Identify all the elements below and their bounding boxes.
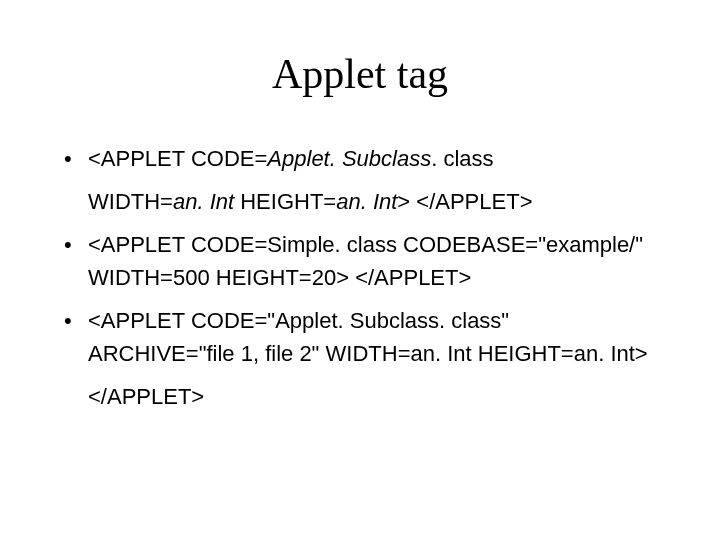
text-fragment: <APPLET CODE="Applet. Subclass. class" A…: [88, 308, 648, 366]
slide: Applet tag <APPLET CODE=Applet. Subclass…: [0, 0, 720, 540]
text-fragment: HEIGHT=: [234, 189, 336, 214]
text-fragment-italic: an. Int: [173, 189, 234, 214]
list-item-continuation: </APPLET>: [60, 380, 660, 413]
list-item: <APPLET CODE=Simple. class CODEBASE="exa…: [60, 228, 660, 294]
page-title: Applet tag: [60, 50, 660, 98]
text-fragment-italic: Applet. Subclass: [267, 146, 431, 171]
list-item: <APPLET CODE=Applet. Subclass. class: [60, 142, 660, 175]
text-fragment: > </APPLET>: [397, 189, 532, 214]
list-item-continuation: WIDTH=an. Int HEIGHT=an. Int> </APPLET>: [60, 185, 660, 218]
text-fragment: <APPLET CODE=: [88, 146, 267, 171]
text-fragment-italic: an. Int: [336, 189, 397, 214]
bullet-list: <APPLET CODE=Applet. Subclass. class WID…: [60, 142, 660, 413]
text-fragment: <APPLET CODE=Simple. class CODEBASE="exa…: [88, 232, 643, 290]
text-fragment: </APPLET>: [88, 384, 204, 409]
text-fragment: WIDTH=: [88, 189, 173, 214]
text-fragment: . class: [431, 146, 493, 171]
list-item: <APPLET CODE="Applet. Subclass. class" A…: [60, 304, 660, 370]
